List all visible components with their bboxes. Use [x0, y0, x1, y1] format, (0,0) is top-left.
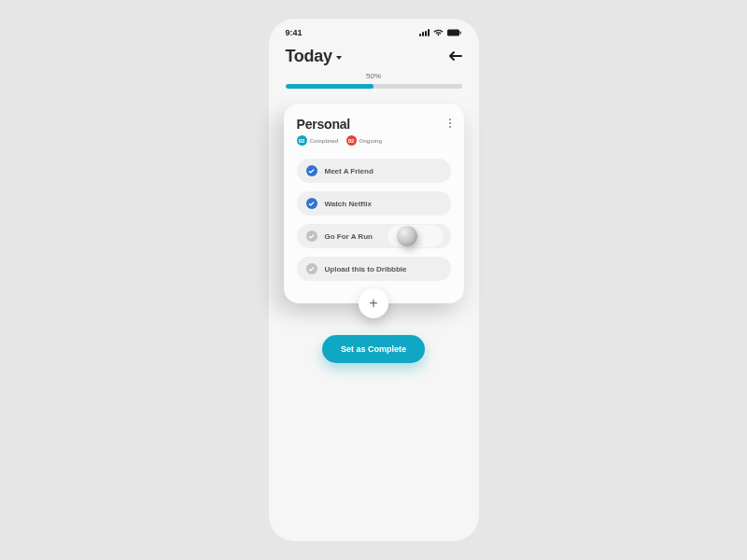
progress-section: 50%: [269, 72, 479, 98]
battery-icon: [447, 29, 462, 36]
header: Today: [269, 41, 479, 72]
task-label: Upload this to Dribbble: [325, 265, 407, 273]
ongoing-label: Ongoing: [359, 138, 383, 144]
check-icon: [308, 266, 315, 273]
task-label: Watch Netflix: [325, 200, 372, 208]
task-checkbox[interactable]: [306, 231, 317, 242]
task-item[interactable]: Upload this to Dribbble: [297, 257, 451, 281]
tasks-card: Personal 02 Completed 02 Ongoing: [284, 104, 464, 303]
task-checkbox[interactable]: [306, 198, 317, 209]
check-icon: [308, 168, 315, 175]
task-label: Go For A Run: [325, 232, 373, 241]
task-item[interactable]: Watch Netflix: [297, 191, 451, 216]
page-title: Today: [286, 47, 332, 66]
more-menu-button[interactable]: [449, 117, 451, 128]
progress-percent-label: 50%: [286, 72, 462, 80]
completed-count-badge: 02: [297, 135, 307, 146]
progress-bar-fill: [286, 84, 374, 89]
set-complete-label: Set as Complete: [341, 344, 406, 354]
progress-bar: [286, 84, 462, 89]
status-time: 9:41: [286, 28, 303, 37]
svg-rect-0: [447, 30, 459, 36]
cellular-signal-icon: [419, 29, 430, 36]
check-icon: [308, 201, 315, 207]
stat-ongoing: 02 Ongoing: [346, 135, 383, 146]
task-item[interactable]: Go For A Run: [297, 224, 451, 248]
status-bar: 9:41: [269, 26, 479, 41]
back-button[interactable]: [448, 49, 462, 64]
check-icon: [308, 233, 315, 240]
task-item[interactable]: Meet A Friend: [297, 159, 451, 183]
more-vertical-icon: [449, 119, 451, 120]
task-list: Meet A Friend Watch Netflix Go For A Run: [297, 159, 451, 281]
ongoing-count-badge: 02: [346, 135, 357, 146]
task-checkbox[interactable]: [306, 263, 317, 274]
chevron-down-icon: [336, 56, 342, 60]
set-complete-button[interactable]: Set as Complete: [322, 335, 425, 363]
svg-rect-1: [459, 31, 460, 34]
status-indicators: [419, 29, 462, 36]
task-checkbox[interactable]: [306, 165, 317, 176]
wifi-icon: [433, 29, 444, 36]
add-task-button[interactable]: +: [359, 288, 388, 318]
phone-frame: 9:41 Today 50% Personal: [269, 19, 479, 541]
stat-completed: 02 Completed: [297, 135, 339, 146]
arrow-left-icon: [448, 50, 462, 62]
card-title: Personal: [297, 117, 383, 132]
plus-icon: +: [369, 295, 377, 312]
swipe-handle[interactable]: [397, 226, 417, 246]
card-stats: 02 Completed 02 Ongoing: [297, 135, 383, 146]
task-label: Meet A Friend: [325, 167, 374, 175]
title-dropdown[interactable]: Today: [286, 47, 342, 66]
completed-label: Completed: [310, 138, 339, 144]
